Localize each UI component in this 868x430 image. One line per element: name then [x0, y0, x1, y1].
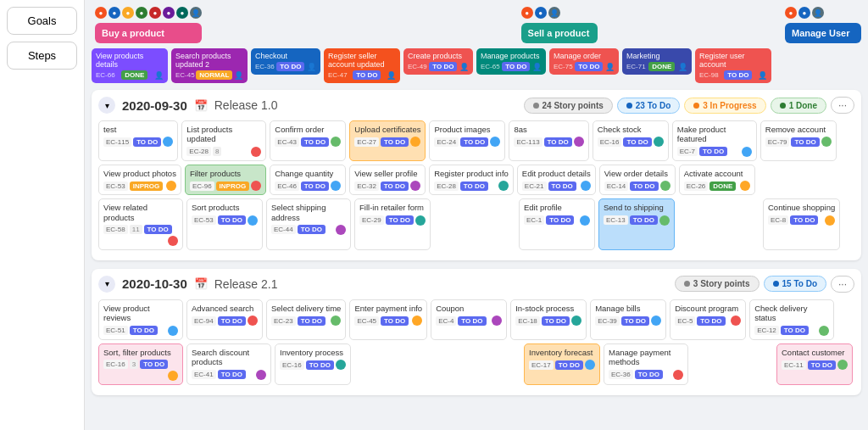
task-check-stock[interactable]: Check stock EC-16 TO DO [593, 120, 669, 161]
task-confirm-order[interactable]: Confirm order EC-43 TO DO [270, 120, 346, 161]
release2-name: Release 2.1 [214, 277, 278, 291]
task-filter-products[interactable]: Filter products EC-96 INPROG [185, 165, 266, 195]
avatar [581, 181, 591, 191]
task-view-order[interactable]: View order details EC-14 TO DO [599, 165, 676, 195]
task-discount-prog[interactable]: Discount program EC-5 TO DO [670, 299, 746, 340]
task-adv-search[interactable]: Advanced search EC-94 TO DO [186, 299, 263, 340]
task-product-reviews[interactable]: View product reviews EC-51 TO DO [98, 299, 183, 340]
sidebar: Goals Steps [0, 0, 85, 430]
badge-todo: 23 To Do [617, 98, 680, 114]
task-instock-process[interactable]: In-stock process EC-18 TO DO [510, 299, 587, 340]
task-sort-products[interactable]: Sort products EC-53 TO DO [186, 198, 263, 250]
step-marketing[interactable]: Marketing EC-71 DONE 👤 [622, 48, 692, 75]
task-payment-methods[interactable]: Manage payment methods EC-36 TO DO [604, 343, 688, 385]
task-register-product[interactable]: Register product info EC-28 TO DO [429, 165, 514, 195]
task-shipping-addr[interactable]: Select shipping address EC-44 TO DO [266, 198, 351, 250]
release1-date: 2020-09-30 [122, 98, 187, 113]
release2-date: 2020-10-30 [122, 276, 187, 291]
step-manage-order[interactable]: Manage order EC-75 TO DO 👤 [549, 48, 619, 75]
task-product-images[interactable]: Product images EC-24 TO DO [429, 120, 505, 161]
release2-header: ▾ 2020-10-30 📅 Release 2.1 3 Story point… [98, 276, 854, 293]
step-search-products[interactable]: Search products updated 2 EC-45 NORMAL 👤 [171, 48, 248, 83]
task-list-products[interactable]: List products updated EC-28 8 [181, 120, 266, 161]
step-register-seller[interactable]: Register seller account updated EC-47 TO… [324, 48, 400, 83]
task-spacer2 [678, 198, 760, 250]
task-spacer1 [434, 198, 515, 250]
icon-teal: ● [176, 7, 188, 19]
avatar [410, 181, 420, 191]
task-delivery-time[interactable]: Select delivery time EC-23 TO DO [266, 299, 346, 340]
release2-more-btn[interactable]: ··· [831, 276, 854, 293]
task-inventory-forecast[interactable]: Inventory forecast EC-17 TO DO [524, 343, 600, 385]
avatar [248, 316, 258, 326]
icon-orange: ● [95, 7, 107, 19]
release2-row2: Sort, filter products EC-16 3 TO DO Sear… [98, 343, 854, 385]
avatar [821, 137, 832, 147]
release2-toggle[interactable]: ▾ [98, 276, 115, 293]
badge-done: 1 Done [771, 98, 826, 114]
avatar [825, 215, 835, 226]
step-view-products[interactable]: View products details EC-66 DONE 👤 [92, 48, 168, 83]
task-remove-account[interactable]: Remove account EC-79 TO DO [760, 120, 837, 161]
sidebar-goals-btn[interactable]: Goals [7, 7, 77, 35]
avatar [251, 181, 261, 191]
task-check-delivery[interactable]: Check delivery status EC-12 TO DO [749, 299, 834, 340]
avatar [571, 316, 581, 326]
steps-row: View products details EC-66 DONE 👤 Searc… [92, 48, 861, 83]
task-sort-filter[interactable]: Sort, filter products EC-16 3 TO DO [98, 343, 183, 385]
task-contact-customer[interactable]: Contact customer EC-11 TO DO [776, 343, 853, 385]
release1-more-btn[interactable]: ··· [831, 97, 854, 114]
release2-badges: 3 Story points 15 To Do ··· [675, 276, 854, 293]
step-checkout[interactable]: Checkout EC-36 TO DO 👤 [251, 48, 320, 75]
task-make-featured[interactable]: Make product featured EC-7 TO DO [672, 120, 757, 161]
epic-buy-product[interactable]: Buy a product [95, 23, 202, 43]
task-payment-info[interactable]: Enter payment info EC-45 TO DO [349, 299, 427, 340]
task-retailer-form[interactable]: Fill-in retailer form EC-29 TO DO [354, 198, 431, 250]
task-inventory-proc[interactable]: Inventory process EC-16 TO DO [275, 343, 351, 385]
icon-blue2: ● [535, 7, 547, 19]
release-2: ▾ 2020-10-30 📅 Release 2.1 3 Story point… [92, 269, 861, 395]
calendar-icon2: 📅 [194, 277, 208, 290]
task-view-related[interactable]: View related products EC-58 11 TO DO [98, 198, 183, 250]
avatar [248, 215, 258, 226]
avatar [492, 316, 502, 326]
release1-toggle[interactable]: ▾ [98, 97, 115, 114]
step-manage-products[interactable]: Manage products EC-65 TO DO 👤 [476, 48, 546, 75]
step-create-products[interactable]: Create products EC-49 TO DO 👤 [403, 48, 473, 75]
icon-blue3: ● [798, 7, 810, 19]
epic3-icons: ● ● 👤 [785, 7, 861, 19]
avatar [498, 181, 509, 191]
task-activate-account[interactable]: Activate account EC-26 DONE [679, 165, 755, 195]
task-coupon[interactable]: Coupon EC-4 TO DO [431, 299, 507, 340]
icon-red: ● [149, 7, 161, 19]
task-send-shipping[interactable]: Send to shipping EC-13 TO DO [598, 198, 675, 250]
epic-sell-product[interactable]: Sell a product [521, 23, 598, 43]
icon-purple: ● [163, 7, 175, 19]
avatar [331, 316, 341, 326]
task-8as[interactable]: 8as EC-113 TO DO [509, 120, 588, 161]
avatar [410, 137, 420, 147]
task-edit-product[interactable]: Edit product details EC-21 TO DO [517, 165, 596, 195]
avatar [585, 360, 595, 370]
task-view-photos[interactable]: View product photos EC-53 INPROG [98, 165, 181, 195]
task-upload-certs[interactable]: Upload certificates EC-27 TO DO [349, 120, 426, 161]
step-register-user[interactable]: Register user account EC-98 TO DO 👤 [695, 48, 771, 83]
avatar [837, 360, 848, 370]
sidebar-steps-btn[interactable]: Steps [7, 42, 77, 70]
epic-manage-user[interactable]: Manage User [785, 23, 861, 43]
task-edit-profile[interactable]: Edit profile EC-1 TO DO [519, 198, 595, 250]
task-manage-bills[interactable]: Manage bills EC-39 TO DO [590, 299, 666, 340]
task-seller-profile[interactable]: View seller profile EC-32 TO DO [349, 165, 426, 195]
icon-yellow: ● [122, 7, 134, 19]
avatar [654, 137, 664, 147]
badge2-todo: 15 To Do [764, 276, 826, 292]
task-test[interactable]: test EC-115 TO DO [98, 120, 178, 161]
avatar [331, 137, 341, 147]
avatar [490, 137, 500, 147]
task-continue-shopping[interactable]: Continue shopping EC-8 TO DO [763, 198, 840, 250]
task-change-qty[interactable]: Change quantity EC-46 TO DO [270, 165, 346, 195]
task-search-discount[interactable]: Search discount products EC-41 TO DO [186, 343, 271, 385]
epics-row: ● ● ● ● ● ● ● 👤 Buy a product ● [92, 7, 861, 43]
icon-person3: 👤 [812, 7, 824, 19]
icon-orange2: ● [521, 7, 533, 19]
